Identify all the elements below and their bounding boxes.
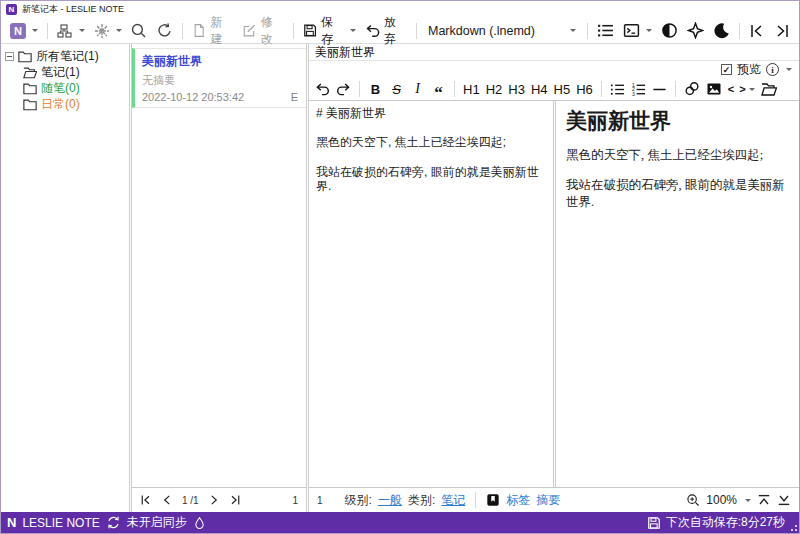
heading1-button[interactable]: H1 [461, 80, 482, 98]
app-menu-button[interactable]: N [6, 21, 42, 41]
heading4-button[interactable]: H4 [529, 80, 550, 98]
zoom-level[interactable]: 100% [706, 493, 737, 507]
prev-page-icon[interactable] [161, 494, 173, 506]
redo-button[interactable] [334, 80, 353, 98]
search-button[interactable] [126, 20, 151, 41]
collapse-expander-icon[interactable] [5, 52, 14, 61]
main-area: 所有笔记(1) 笔记(1) 随笔(0) 日常(0) [1, 44, 799, 512]
ordered-list-button[interactable]: 123 [629, 80, 648, 98]
statusbar-app-name: LESLIE NOTE [22, 516, 99, 530]
new-note-label: 新建 [210, 14, 233, 48]
chevron-down-icon [570, 29, 576, 32]
outline-list-icon [597, 22, 614, 39]
quote-button[interactable]: “ [429, 80, 448, 98]
collapse-right-button[interactable] [770, 21, 794, 41]
contrast-theme-button[interactable] [657, 20, 682, 41]
scroll-to-bottom-icon[interactable] [777, 493, 791, 507]
status-bar: N LESLIE NOTE 未开启同步 下次自动保存:8分27秒 [1, 512, 799, 533]
dark-mode-button[interactable] [709, 20, 734, 41]
divider [675, 81, 676, 97]
markdown-source-editor[interactable]: # 美丽新世界 黑色的天空下, 焦土上已经尘埃四起; 我站在破损的石碑旁, 眼前… [309, 101, 553, 487]
editor-split-view: # 美丽新世界 黑色的天空下, 焦土上已经尘埃四起; 我站在破损的石碑旁, 眼前… [309, 100, 799, 487]
divider [475, 492, 476, 508]
sidebar-item-label: 所有笔记(1) [36, 48, 99, 65]
chevron-down-icon [745, 499, 751, 502]
note-title: 美丽新世界 [142, 53, 300, 70]
sync-status-text[interactable]: 未开启同步 [127, 514, 187, 531]
chevron-down-icon [32, 29, 38, 32]
note-list-item[interactable]: 美丽新世界 无摘要 2022-10-12 20:53:42 E [132, 48, 306, 108]
scroll-to-top-icon[interactable] [757, 493, 771, 507]
sidebar-item-essays[interactable]: 随笔(0) [3, 80, 127, 96]
editor-pane: 美丽新世界 ✓ 预览 i [309, 44, 799, 512]
note-list-pagination: 1 /1 1 [132, 487, 306, 512]
divider [587, 23, 588, 39]
preview-toggle-row: ✓ 预览 i [309, 61, 799, 78]
category-value-link[interactable]: 笔记 [441, 492, 465, 509]
sidebar-item-all-notes[interactable]: 所有笔记(1) [3, 48, 127, 64]
page-total: /1 [190, 495, 198, 506]
outline-button[interactable] [593, 20, 618, 41]
edit-icon [242, 23, 256, 38]
collapse-left-button[interactable] [745, 21, 769, 41]
heading2-button[interactable]: H2 [484, 80, 505, 98]
format-selector-dropdown[interactable]: Markdown (.lnemd) [422, 22, 582, 40]
markdown-toolbar: B S I “ H1 H2 H3 H4 H5 H6 [309, 78, 799, 100]
redo-icon [336, 82, 351, 97]
divider [601, 81, 602, 97]
resize-grip[interactable] [788, 522, 798, 532]
link-button[interactable] [682, 80, 702, 98]
heading6-button[interactable]: H6 [574, 80, 595, 98]
note-title-input[interactable]: 美丽新世界 [309, 44, 799, 61]
sidebar-item-daily[interactable]: 日常(0) [3, 96, 127, 112]
image-button[interactable] [704, 80, 724, 98]
code-button[interactable]: < > [726, 80, 757, 98]
markdown-preview: 美丽新世界 黑色的天空下, 焦土上已经尘埃四起; 我站在破损的石碑旁, 眼前的就… [556, 101, 799, 487]
divider [293, 23, 294, 39]
window-title: 新笔记本 - LESLIE NOTE [22, 3, 124, 16]
bold-button[interactable]: B [366, 80, 385, 98]
refresh-button[interactable] [152, 20, 177, 41]
sidebar-item-notes[interactable]: 笔记(1) [3, 64, 127, 80]
moon-icon [713, 22, 730, 39]
tags-link[interactable]: 标签 [506, 492, 530, 509]
discard-label: 放弃 [384, 14, 407, 48]
note-count: 1 [292, 495, 298, 506]
ink-drop-icon[interactable] [193, 516, 206, 530]
info-icon[interactable]: i [766, 63, 779, 76]
attach-file-button[interactable] [759, 80, 779, 98]
chevron-down-icon [749, 88, 755, 91]
terminal-icon [623, 22, 640, 39]
new-document-icon [192, 23, 206, 38]
italic-button[interactable]: I [408, 80, 427, 98]
preview-checkbox[interactable]: ✓ [721, 64, 732, 75]
note-summary: 无摘要 [142, 73, 300, 88]
horizontal-rule-button[interactable] [650, 80, 669, 98]
next-page-icon[interactable] [208, 494, 220, 506]
bookmark-icon[interactable] [486, 493, 500, 507]
search-icon [130, 22, 147, 39]
heading3-button[interactable]: H3 [506, 80, 527, 98]
notebook-tree-button[interactable] [53, 21, 89, 41]
strikethrough-button[interactable]: S [387, 80, 406, 98]
first-page-icon[interactable] [140, 494, 152, 506]
current-page: 1 [182, 495, 188, 506]
note-datetime: 2022-10-12 20:53:42 [142, 91, 244, 103]
preview-paragraph: 我站在破损的石碑旁, 眼前的就是美丽新世界. [566, 177, 789, 211]
heading5-button[interactable]: H5 [552, 80, 573, 98]
level-value-link[interactable]: 一般 [378, 492, 402, 509]
link-icon [684, 81, 700, 97]
divider [416, 23, 417, 39]
pin-button[interactable] [683, 20, 708, 41]
summary-link[interactable]: 摘要 [536, 492, 560, 509]
unordered-list-button[interactable] [608, 80, 627, 98]
quick-actions-button[interactable] [90, 21, 126, 41]
main-toolbar: N [1, 18, 799, 44]
tree-icon [57, 23, 73, 39]
last-page-icon[interactable] [229, 494, 241, 506]
zoom-in-icon[interactable] [686, 493, 700, 507]
chevron-down-icon [79, 29, 85, 32]
terminal-button[interactable] [619, 20, 656, 41]
undo-button[interactable] [313, 80, 332, 98]
category-label: 类别: [408, 492, 435, 509]
